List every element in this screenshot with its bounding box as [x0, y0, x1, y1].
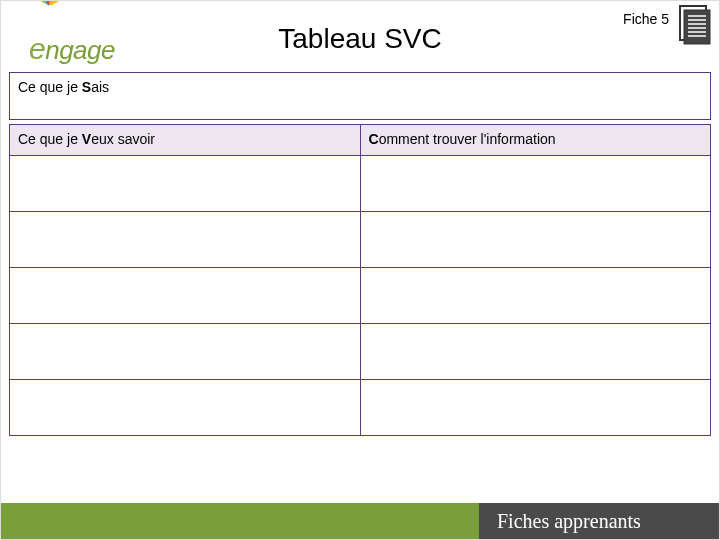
table-row	[9, 380, 711, 436]
table-row	[9, 324, 711, 380]
table-row	[9, 156, 711, 212]
fiche-number: Fiche 5	[623, 11, 669, 27]
footer-accent	[1, 503, 479, 539]
sais-letter: S	[82, 79, 91, 95]
sais-prefix: Ce que je	[18, 79, 82, 95]
cell-want[interactable]	[10, 324, 361, 379]
svg-rect-1	[684, 10, 710, 44]
cell-how[interactable]	[361, 212, 711, 267]
cell-how[interactable]	[361, 380, 711, 435]
page-title: Tableau SVC	[278, 23, 441, 55]
cell-want[interactable]	[10, 156, 361, 211]
sais-box: Ce que je Sais	[9, 72, 711, 120]
cell-want[interactable]	[10, 212, 361, 267]
col-header-want: Ce que je Veux savoir	[10, 125, 361, 155]
logo-text-rest: ngage	[45, 35, 115, 65]
logo-letter-e: e	[29, 32, 45, 65]
table-row	[9, 268, 711, 324]
cell-how[interactable]	[361, 268, 711, 323]
cell-how[interactable]	[361, 156, 711, 211]
cell-want[interactable]	[10, 268, 361, 323]
engage-logo: engage	[11, 6, 151, 61]
cell-how[interactable]	[361, 324, 711, 379]
column-header-row: Ce que je Veux savoir Comment trouver l'…	[9, 124, 711, 156]
document-icon	[679, 5, 711, 45]
cell-want[interactable]	[10, 380, 361, 435]
footer: Fiches apprenants	[1, 503, 719, 539]
footer-label: Fiches apprenants	[479, 503, 719, 539]
sais-suffix: ais	[91, 79, 109, 95]
table-row	[9, 212, 711, 268]
col-header-how: Comment trouver l'information	[361, 125, 711, 155]
